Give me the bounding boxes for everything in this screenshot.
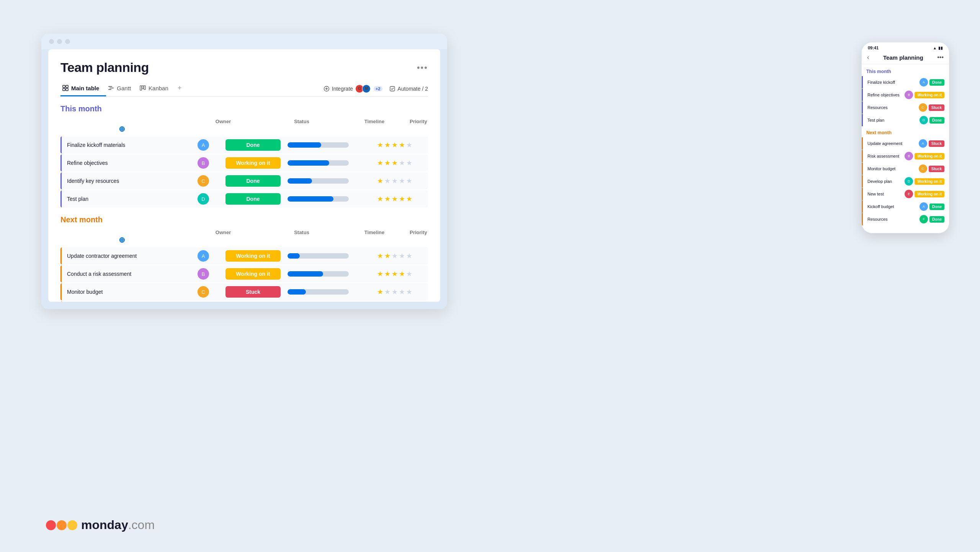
automate-button[interactable]: Automate / 2 [389, 86, 428, 92]
this-month-title: This month [60, 104, 428, 113]
table-row[interactable]: Refine objectives B Working on it ★★★★★ [60, 155, 428, 171]
task-priority: ★★★★★ [360, 252, 429, 260]
svg-rect-9 [144, 86, 145, 90]
task-name: Monitor budget [62, 285, 184, 299]
next-month-title: Next month [60, 215, 428, 224]
tab-add-button[interactable]: + [175, 81, 184, 96]
task-timeline [284, 271, 360, 277]
svg-rect-3 [66, 88, 68, 91]
star: ★ [384, 141, 390, 149]
more-options-button[interactable]: ••• [417, 63, 428, 73]
list-item[interactable]: Resources C Stuck [862, 101, 949, 114]
task-name: Identify key resources [62, 174, 184, 188]
star: ★ [399, 252, 405, 260]
phone-more-button[interactable]: ••• [937, 54, 944, 61]
task-owner: D [184, 193, 222, 205]
col-header-priority-nm: Priority [409, 230, 428, 235]
status-badge[interactable]: Done [225, 193, 281, 205]
phone-status-bar: 09:41 ▲ ▮▮ [862, 42, 949, 52]
list-item[interactable]: Kickoff budget A Done [862, 200, 949, 213]
table-row[interactable]: Test plan D Done ★★★★★ [60, 191, 428, 207]
avatar: A [198, 139, 209, 151]
task-owner: C [184, 175, 222, 187]
table-row[interactable]: Monitor budget C Stuck ★★★★★ [60, 283, 428, 300]
window-dot-2 [57, 39, 62, 44]
grid-icon [62, 85, 69, 91]
star: ★ [384, 177, 390, 185]
phone-status-icons: ▲ ▮▮ [933, 46, 943, 50]
phone-task-name: Refine objectives [867, 93, 903, 97]
phone-task-name: Update agreement [867, 141, 917, 146]
status-badge: Done [929, 79, 944, 86]
status-badge[interactable]: Working on it [225, 250, 281, 262]
phone-task-name: Kickoff budget [867, 204, 918, 209]
svg-rect-1 [66, 85, 68, 88]
table-row[interactable]: Finalize kickoff materials A Done ★★★★★ [60, 137, 428, 153]
star: ★ [399, 159, 405, 167]
star: ★ [399, 288, 405, 296]
add-column-button-next-month[interactable]: ⊕ [60, 235, 183, 244]
list-item[interactable]: Test plan D Done [862, 114, 949, 126]
phone-task-name: Resources [867, 105, 917, 110]
tab-gantt[interactable]: Gantt [106, 82, 138, 96]
star: ★ [392, 141, 398, 149]
list-item[interactable]: Develop plan D Working on it [862, 175, 949, 187]
star: ★ [384, 270, 390, 278]
status-badge[interactable]: Done [225, 139, 281, 151]
avatar: B [905, 91, 913, 99]
task-status-cell: Working on it [222, 250, 284, 262]
tab-kanban-label: Kanban [149, 85, 168, 91]
integrate-plus-badge: +2 [374, 86, 382, 91]
col-header-add-nm: ⊕ [60, 235, 183, 244]
timeline-fill [287, 178, 312, 184]
tab-kanban[interactable]: Kanban [138, 82, 175, 96]
integrate-button[interactable]: Integrate G M +2 [323, 85, 382, 93]
this-month-section: This month Owner Status Timeline Priorit… [60, 104, 428, 207]
col-header-timeline-nm: Timeline [340, 230, 409, 235]
star: ★ [377, 159, 383, 167]
list-item[interactable]: New test E Working on it [862, 188, 949, 200]
star: ★ [399, 195, 405, 203]
task-status-cell: Stuck [222, 286, 284, 298]
star: ★ [406, 195, 412, 203]
timeline-fill [287, 160, 329, 166]
star: ★ [384, 159, 390, 167]
list-item[interactable]: Monitor budget C Stuck [862, 163, 949, 175]
status-badge[interactable]: Stuck [225, 286, 281, 298]
timeline-fill [287, 142, 321, 148]
list-item[interactable]: Risk assessment B Working on it [862, 150, 949, 162]
status-badge[interactable]: Done [225, 175, 281, 187]
avatar: D [198, 193, 209, 205]
phone-next-month-tasks: Update agreement A Stuck Risk assessment… [862, 137, 949, 225]
table-row[interactable]: Conduct a risk assessment B Working on i… [60, 265, 428, 282]
task-priority: ★★★★★ [360, 141, 429, 149]
list-item[interactable]: Resources F Done [862, 213, 949, 225]
star: ★ [384, 195, 390, 203]
list-item[interactable]: Finalize kickoff A Done [862, 76, 949, 88]
status-badge[interactable]: Working on it [225, 268, 281, 280]
star: ★ [406, 270, 412, 278]
battery-icon: ▮▮ [938, 46, 943, 50]
add-column-button-this-month[interactable]: ⊕ [60, 124, 183, 134]
phone-back-button[interactable]: ‹ [867, 54, 869, 61]
integrate-avatar-2: M [362, 85, 371, 93]
status-badge[interactable]: Working on it [225, 157, 281, 169]
timeline-track [287, 178, 349, 184]
star: ★ [392, 288, 398, 296]
status-badge: Done [929, 216, 944, 223]
table-row[interactable]: Develop communication plan D Working on … [60, 301, 428, 302]
timeline-track [287, 253, 349, 259]
phone-task-name: Monitor budget [867, 166, 917, 171]
table-row[interactable]: Identify key resources C Done ★★★★★ [60, 173, 428, 189]
list-item[interactable]: Update agreement A Stuck [862, 137, 949, 150]
logo-dot-orange [57, 520, 67, 530]
list-item[interactable]: Refine objectives B Working on it [862, 89, 949, 101]
tab-main-table[interactable]: Main table [60, 82, 106, 96]
table-row[interactable]: Update contractor agreement A Working on… [60, 248, 428, 264]
col-header-status: Status [263, 119, 340, 124]
avatar: E [905, 190, 913, 198]
status-badge: Working on it [915, 178, 944, 185]
phone-title: Team planning [883, 54, 923, 61]
section-gap [60, 208, 428, 215]
col-header-status-nm: Status [263, 230, 340, 235]
